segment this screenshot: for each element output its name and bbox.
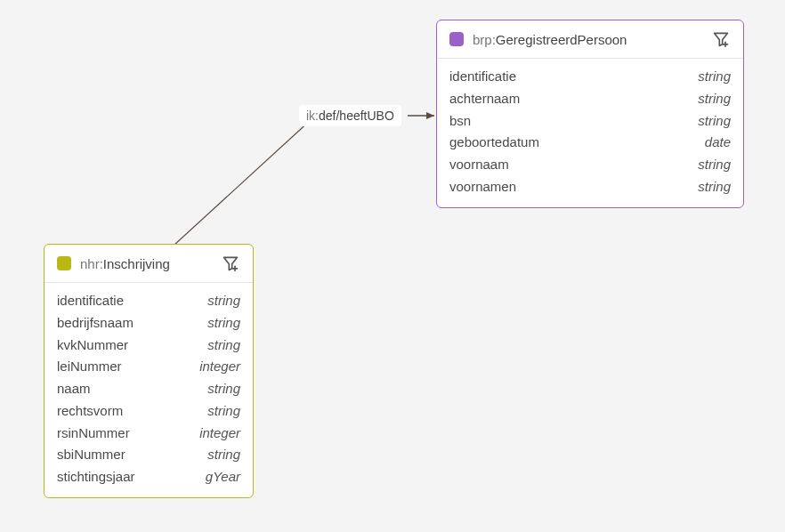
attr-row: achternaamstring <box>449 88 731 110</box>
prefix-badge-icon <box>57 256 71 270</box>
attr-row: naamstring <box>57 378 240 400</box>
edge-name: def/heeftUBO <box>319 109 394 123</box>
node-brp-name: GeregistreerdPersoon <box>496 32 627 47</box>
attr-row: rsinNummerinteger <box>57 423 240 445</box>
attr-row: voornaamstring <box>449 154 731 176</box>
edge-prefix: ik: <box>306 109 319 123</box>
attr-row: voornamenstring <box>449 176 731 198</box>
filter-icon <box>712 30 730 48</box>
node-nhr[interactable]: nhr:Inschrijving identificatiestring bed… <box>44 244 254 498</box>
attr-row: sbiNummerstring <box>57 444 240 466</box>
node-brp-attrs: identificatiestring achternaamstring bsn… <box>437 59 743 207</box>
node-brp-title: brp:GeregistreerdPersoon <box>473 32 627 47</box>
attr-row: identificatiestring <box>449 66 731 88</box>
node-brp-prefix: brp: <box>473 32 496 47</box>
node-nhr-prefix: nhr: <box>80 256 103 271</box>
attr-row: rechtsvormstring <box>57 400 240 423</box>
filter-icon <box>222 254 239 272</box>
edge-label: ik:def/heeftUBO <box>299 105 401 126</box>
node-nhr-title: nhr:Inschrijving <box>80 256 170 271</box>
attr-row: bsnstring <box>449 110 731 133</box>
filter-add-button[interactable] <box>711 29 731 49</box>
prefix-badge-icon <box>449 32 464 46</box>
node-brp-header: brp:GeregistreerdPersoon <box>437 20 743 59</box>
node-brp[interactable]: brp:GeregistreerdPersoon identificatiest… <box>436 20 744 208</box>
attr-row: geboortedatumdate <box>449 132 731 154</box>
filter-add-button[interactable] <box>221 254 240 273</box>
attr-row: leiNummerinteger <box>57 356 240 378</box>
node-nhr-header: nhr:Inschrijving <box>45 245 253 283</box>
attr-row: stichtingsjaargYear <box>57 466 240 488</box>
attr-row: bedrijfsnaamstring <box>57 312 240 335</box>
node-nhr-attrs: identificatiestring bedrijfsnaamstring k… <box>45 283 253 497</box>
node-nhr-name: Inschrijving <box>103 256 170 271</box>
attr-row: identificatiestring <box>57 290 240 312</box>
attr-row: kvkNummerstring <box>57 335 240 357</box>
